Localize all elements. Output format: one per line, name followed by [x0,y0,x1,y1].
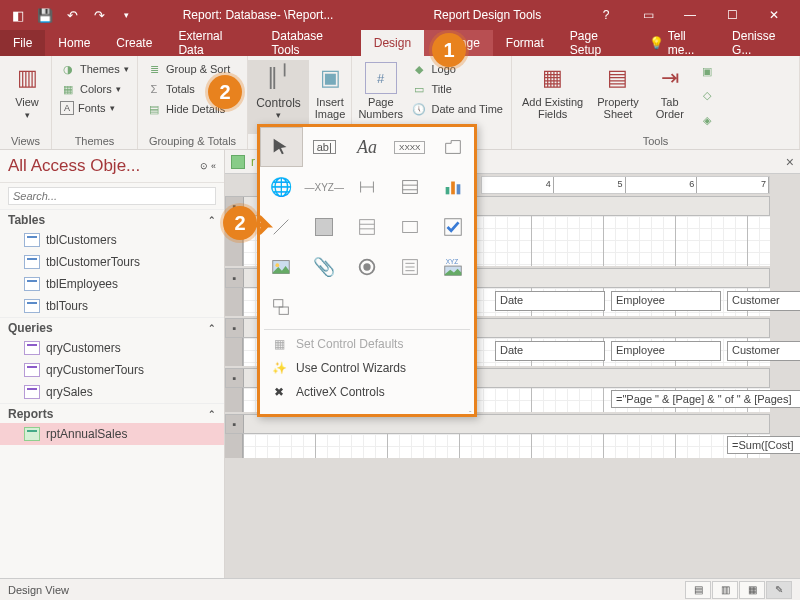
add-fields-icon: ▦ [537,62,569,94]
nav-section-queries[interactable]: Queries⌃ [0,317,224,337]
title-icon: ▭ [411,81,427,97]
nav-pane-title[interactable]: All Access Obje... [8,156,200,176]
view-code-button[interactable]: ◇ [697,87,717,105]
control-bound-icon[interactable]: XYZ [431,247,474,287]
control-attachment-icon[interactable]: 📎 [303,247,346,287]
label-control[interactable]: Employee [611,291,721,311]
undo-icon[interactable]: ↶ [60,3,84,27]
tab-create[interactable]: Create [103,30,165,56]
control-button-icon[interactable]: XXXX [388,127,431,167]
nav-item-report[interactable]: rptAnnualSales [0,423,224,445]
tab-order-button[interactable]: ⇥Tab Order [649,60,691,132]
nav-item-table[interactable]: tblTours [0,295,224,317]
nav-item-query[interactable]: qryCustomerTours [0,359,224,381]
control-tab-icon[interactable] [431,127,474,167]
colors-button[interactable]: ▦Colors▾ [58,80,131,98]
account-name[interactable]: Denisse G... [732,29,792,57]
report-tab-icon [231,155,245,169]
control-hyperlink-icon[interactable]: 🌐 [260,167,303,207]
nav-section-tables[interactable]: Tables⌃ [0,209,224,229]
section-bar[interactable]: ▪ [225,414,770,434]
textbox-control[interactable]: Customer [727,341,800,361]
view-report-icon[interactable]: ▤ [685,581,711,599]
logo-icon: ◆ [411,61,427,77]
control-pagebreak-icon[interactable] [346,167,389,207]
query-icon [24,341,40,355]
control-navigation-icon[interactable]: —XYZ— [303,167,346,207]
tab-format[interactable]: Format [493,30,557,56]
save-icon[interactable]: 💾 [33,3,57,27]
close-icon[interactable]: ✕ [754,0,794,30]
design-grid[interactable]: =Sum([Cost] [243,434,770,458]
nav-collapse-icon[interactable]: ⊙ « [200,161,216,171]
activex-controls-item[interactable]: ✖ActiveX Controls [260,380,474,404]
control-select-icon[interactable] [260,127,303,167]
convert-macros-button[interactable]: ◈ [697,112,717,130]
nav-section-reports[interactable]: Reports⌃ [0,403,224,423]
query-icon [24,363,40,377]
control-label-icon[interactable]: Aa [346,127,389,167]
view-design-icon[interactable]: ✎ [766,581,792,599]
nav-item-table[interactable]: tblCustomers [0,229,224,251]
control-textbox-icon[interactable]: ab| [303,127,346,167]
textbox-control[interactable]: Date [495,341,605,361]
tab-page-setup[interactable]: Page Setup [557,30,641,56]
fonts-button[interactable]: AFonts▾ [58,100,131,116]
tab-order-icon: ⇥ [654,62,686,94]
page-numbers-icon: # [365,62,397,94]
view-layout-icon[interactable]: ▦ [739,581,765,599]
help-icon[interactable]: ? [586,0,626,30]
property-sheet-button[interactable]: ▤Property Sheet [593,60,643,132]
date-time-button[interactable]: 🕔Date and Time [409,100,505,118]
nav-search-input[interactable] [8,187,216,205]
svg-rect-2 [451,182,455,195]
control-chart-icon[interactable] [431,167,474,207]
table-icon [24,299,40,313]
textbox-control[interactable]: Employee [611,341,721,361]
control-subform-icon[interactable] [388,247,431,287]
group-sort-icon: ≣ [146,61,162,77]
control-unbound-icon[interactable] [260,247,303,287]
table-icon [24,255,40,269]
ribbon-collapse-icon[interactable]: ▭ [628,0,668,30]
title-button[interactable]: ▭Title [409,80,505,98]
use-control-wizards-item[interactable]: ✨Use Control Wizards [260,356,474,380]
textbox-control[interactable]: ="Page " & [Page] & " of " & [Pages] [611,390,800,408]
nav-item-query[interactable]: qryCustomers [0,337,224,359]
nav-item-query[interactable]: qrySales [0,381,224,403]
control-rectangle-icon[interactable] [388,207,431,247]
resize-grip-icon[interactable]: ... [260,404,474,414]
control-toggle-icon[interactable] [303,207,346,247]
tell-me-input[interactable]: Tell me... [668,29,712,57]
tab-database-tools[interactable]: Database Tools [259,30,361,56]
control-combobox-icon[interactable] [388,167,431,207]
nav-item-table[interactable]: tblEmployees [0,273,224,295]
minimize-icon[interactable]: — [670,0,710,30]
control-option-icon[interactable] [346,247,389,287]
qat-customize-icon[interactable]: ▾ [114,3,138,27]
control-checkbox-icon[interactable] [431,207,474,247]
svg-point-8 [276,263,280,267]
label-control[interactable]: Customer [727,291,800,311]
tab-home[interactable]: Home [45,30,103,56]
tab-external-data[interactable]: External Data [165,30,258,56]
context-tools-title: Report Design Tools [433,8,541,22]
view-print-icon[interactable]: ▥ [712,581,738,599]
document-close-icon[interactable]: × [786,154,794,170]
group-label-themes: Themes [58,132,131,149]
maximize-icon[interactable]: ☐ [712,0,752,30]
page-numbers-button[interactable]: # Page Numbers [358,60,403,132]
subreport-button[interactable]: ▣ [697,62,717,80]
tab-design[interactable]: Design [361,30,424,56]
view-button[interactable]: ▥ View▾ [6,60,48,132]
themes-button[interactable]: ◑Themes▾ [58,60,131,78]
tab-file[interactable]: File [0,30,45,56]
app-icon[interactable]: ◧ [6,3,30,27]
label-control[interactable]: Date [495,291,605,311]
add-existing-fields-button[interactable]: ▦Add Existing Fields [518,60,587,132]
control-listbox-icon[interactable] [346,207,389,247]
nav-item-table[interactable]: tblCustomerTours [0,251,224,273]
control-image-frame-icon[interactable] [260,287,303,327]
redo-icon[interactable]: ↷ [87,3,111,27]
textbox-control[interactable]: =Sum([Cost] [727,436,800,454]
